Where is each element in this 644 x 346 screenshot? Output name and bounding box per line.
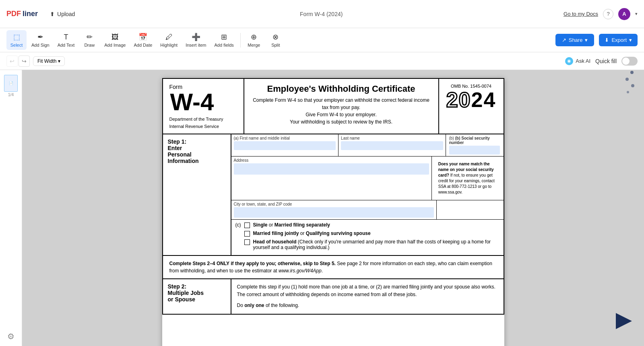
name-row: (a) First name and middle initial Last n…	[231, 134, 504, 157]
insert-icon: ➕	[192, 33, 200, 41]
checkboxes: Single or Married filing separately Marr…	[244, 222, 500, 253]
checkbox-single[interactable]	[244, 222, 250, 228]
share-icon: ↗	[562, 37, 566, 43]
select-tool[interactable]: ⬚ Select	[6, 30, 27, 50]
checkbox-row-head: Head of household (Check only if you're …	[244, 239, 500, 250]
quick-fill-toggle[interactable]	[621, 57, 638, 66]
city-input[interactable]	[234, 207, 434, 218]
complete-steps-section: Complete Steps 2–4 ONLY if they apply to…	[162, 256, 504, 279]
highlight-label: Highlight	[160, 43, 178, 47]
step2-label: Step 2: Multiple Jobs or Spouse	[163, 279, 231, 314]
fit-width-label: Fit Width	[37, 58, 56, 64]
city-label: City or town, state, and ZIP code	[234, 202, 434, 206]
export-chevron: ▾	[629, 37, 632, 43]
document-title: Form W-4 (2024)	[79, 11, 564, 17]
merge-label: Merge	[248, 43, 260, 47]
help-button[interactable]: ?	[603, 9, 613, 19]
fit-width-button[interactable]: Fit Width ▾	[33, 56, 65, 66]
checkbox-head[interactable]	[244, 239, 250, 245]
ssn-input[interactable]	[449, 146, 500, 154]
lastname-cell: Last name	[339, 134, 446, 156]
lastname-label: Last name	[341, 136, 443, 140]
image-icon: 🖼	[111, 33, 119, 41]
page-thumb-icon: 📄	[9, 81, 13, 85]
checkbox-married-jointly[interactable]	[244, 231, 250, 237]
go-to-docs-button[interactable]: Go to my Docs	[564, 11, 598, 17]
insert-item-tool[interactable]: ➕ Insert item	[182, 30, 209, 50]
fields-icon: ⊞	[221, 33, 227, 41]
subtitle-3: Your withholding is subject to review by…	[251, 118, 432, 126]
quick-fill-label: Quick fill	[595, 58, 617, 64]
svg-point-6	[631, 84, 634, 87]
address-input[interactable]	[234, 163, 429, 175]
add-sign-label: Add Sign	[31, 43, 50, 47]
address-row: Address Does your name match the name on…	[231, 157, 504, 200]
share-button[interactable]: ↗ Share ▾	[555, 34, 594, 46]
step2-number: Step 2:	[168, 283, 226, 290]
add-date-tool[interactable]: 📅 Add Date	[130, 30, 155, 50]
checkbox-row-single: Single or Married filing separately	[244, 222, 500, 228]
svg-point-4	[630, 71, 634, 74]
avatar-chevron[interactable]: ▾	[635, 11, 638, 16]
step2-name: Multiple Jobs or Spouse	[168, 290, 226, 303]
add-fields-tool[interactable]: ⊞ Add fields	[211, 30, 237, 50]
fit-width-chevron: ▾	[58, 58, 60, 64]
split-tool[interactable]: ⊗ Split	[266, 30, 286, 50]
step2-desc2: Do only one of the following.	[237, 302, 498, 309]
irs-label: Internal Revenue Service	[169, 124, 237, 129]
ssn-label-text: (b) Social security number	[449, 136, 490, 145]
ssn-label: (b) (b) Social security number	[449, 136, 500, 145]
page-thumb-image: 📄	[4, 75, 18, 92]
logo-liner: liner	[23, 10, 38, 18]
upload-button[interactable]: ⬆ Upload	[46, 8, 79, 20]
upload-label: Upload	[57, 11, 75, 17]
page-thumbnail[interactable]: 📄 1/4	[4, 75, 18, 97]
sec-toolbar: ↩ ↪ Fit Width ▾ ◉ Ask AI Quick fill	[0, 52, 644, 70]
subtitle-1: Complete Form W-4 so that your employer …	[251, 97, 432, 111]
name-match-cell: Does your name match the name on your so…	[432, 157, 504, 200]
add-text-tool[interactable]: T Add Text	[54, 31, 78, 50]
step2-section: Step 2: Multiple Jobs or Spouse Complete…	[162, 279, 504, 315]
department: Department of the Treasury	[169, 117, 237, 122]
logo[interactable]: PDFliner	[6, 10, 38, 18]
merge-tool[interactable]: ⊕ Merge	[244, 30, 264, 50]
draw-tool[interactable]: ✏ Draw	[79, 30, 99, 50]
main-title: Employee's Withholding Certificate	[251, 84, 432, 94]
main-content: Form W-4 Department of the Treasury Inte…	[22, 70, 644, 346]
svg-point-7	[627, 91, 629, 93]
share-chevron: ▾	[585, 37, 588, 43]
redo-button[interactable]: ↪	[19, 56, 30, 67]
firstname-input[interactable]	[234, 141, 336, 150]
name-match-note: Does your name match the name on your so…	[435, 159, 500, 198]
undo-button[interactable]: ↩	[6, 56, 18, 67]
logo-pdf: PDF	[6, 10, 21, 18]
ask-ai-button[interactable]: ◉ Ask AI	[565, 57, 590, 65]
firstname-cell: (a) First name and middle initial	[231, 134, 339, 156]
avatar[interactable]: A	[618, 8, 630, 20]
ssn-cell: (b) (b) Social security number	[446, 134, 504, 156]
sec-toolbar-right: ◉ Ask AI Quick fill	[565, 57, 638, 66]
checkbox-c-label: (c)	[235, 222, 241, 228]
add-sign-tool[interactable]: ✒ Add Sign	[28, 30, 53, 50]
step2-row: Step 2: Multiple Jobs or Spouse Complete…	[163, 279, 504, 314]
highlight-tool[interactable]: 🖊 Highlight	[157, 31, 181, 50]
text-icon: T	[64, 33, 68, 41]
checkbox-head-label: Head of household (Check only if you're …	[253, 239, 500, 250]
ssn-label-b: (b)	[449, 136, 455, 140]
step2-only-one: only one	[244, 303, 264, 308]
ask-ai-label: Ask AI	[576, 58, 590, 64]
lastname-input[interactable]	[341, 141, 443, 150]
checkbox-single-label: Single or Married filing separately	[253, 222, 330, 228]
add-image-label: Add Image	[104, 43, 126, 47]
settings-icon[interactable]: ⚙	[7, 332, 14, 341]
add-image-tool[interactable]: 🖼 Add Image	[101, 31, 129, 50]
draw-label: Draw	[84, 43, 95, 47]
navbar-right: Go to my Docs ? A ▾	[564, 8, 638, 20]
step1-label: Step 1: Enter Personal Information	[163, 134, 231, 255]
step1-content: (a) First name and middle initial Last n…	[231, 134, 504, 255]
export-button[interactable]: ⬇ Export ▾	[599, 34, 638, 46]
w4-header-right: OMB No. 1545-0074 2024	[439, 79, 504, 134]
year-first-two: 20	[446, 88, 471, 111]
city-note-cell	[437, 200, 504, 219]
add-text-label: Add Text	[58, 43, 75, 47]
